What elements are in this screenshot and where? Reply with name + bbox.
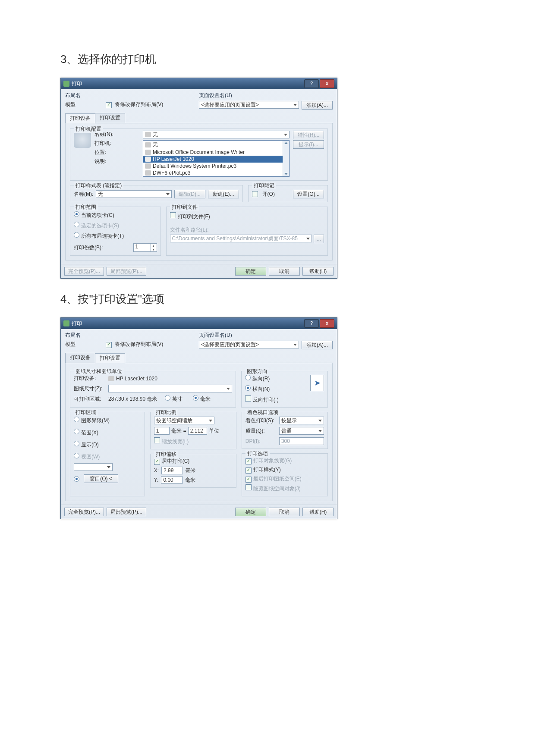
offset-x-input[interactable]: 2.99 (161, 467, 183, 474)
printable-label: 可打印区域: (74, 395, 105, 403)
save-layout-checkbox[interactable] (106, 102, 112, 108)
center-label: 居中打印(C) (162, 458, 190, 464)
unit-inch-radio[interactable] (165, 395, 170, 401)
layout-name-value: 模型 (65, 101, 76, 108)
orient-landscape-radio[interactable] (245, 385, 251, 391)
file-path-value: C:\Documents and Settings\Administrator\… (172, 235, 298, 242)
opt-styles-label: 打印样式(Y) (253, 467, 281, 473)
copies-label: 打印份数(B): (74, 244, 103, 251)
window-button[interactable]: 窗口(O) < (84, 474, 118, 483)
printer-small-icon (108, 376, 114, 381)
close-button[interactable]: x (320, 79, 334, 88)
printer-option[interactable]: DWF6 ePlot.pc3 (143, 169, 283, 176)
printer-name-select[interactable]: 无 (143, 131, 290, 138)
edit-button[interactable]: 编辑(D)... (174, 190, 205, 198)
orient-reverse-label: 反向打印(-) (253, 397, 279, 403)
quality-select[interactable]: 普通 (279, 427, 324, 435)
range-selected-label: 选定的选项卡(S) (81, 223, 119, 229)
opt-hide-label: 隐藏图纸空间对象(J) (253, 486, 301, 492)
scale-right-input[interactable]: 2.112 (188, 427, 207, 435)
help-footer-button[interactable]: 帮助(H) (302, 267, 334, 276)
style-select[interactable]: 无 (96, 190, 171, 198)
hint-button[interactable]: 提示(I)... (293, 140, 324, 149)
close-button[interactable]: x (320, 319, 334, 328)
printer-name-value: 无 (153, 131, 158, 138)
shade-label: 着色打印(S): (245, 417, 277, 424)
options-legend: 打印选项 (245, 450, 270, 458)
shade-value: 按显示 (281, 417, 297, 424)
help-button[interactable]: ? (304, 79, 319, 88)
unit-mm-label: 毫米 (200, 396, 211, 402)
tab-settings[interactable]: 打印设置 (95, 113, 125, 123)
page-setup-label: 页面设置名(U) (199, 92, 333, 99)
add-button[interactable]: 添加(A)... (302, 101, 333, 110)
full-preview-button[interactable]: 完全预览(P)... (64, 508, 104, 516)
shade-select[interactable]: 按显示 (279, 417, 324, 424)
printer-option-selected[interactable]: HP LaserJet 1020 (143, 156, 283, 163)
ok-button[interactable]: 确定 (235, 508, 266, 516)
area-window-radio[interactable] (74, 476, 79, 482)
save-layout-label: 将修改保存到布局(V) (115, 101, 163, 107)
stamp-on-label: 开(O) (262, 191, 275, 198)
offset-x-label: X: (154, 467, 159, 474)
area-extents-radio[interactable] (74, 429, 79, 434)
to-file-legend: 打印到文件 (170, 204, 199, 211)
add-button[interactable]: 添加(A)... (302, 341, 333, 349)
dpi-input: 300 (279, 437, 324, 445)
tab-device[interactable]: 打印设备 (65, 113, 95, 123)
printer-option[interactable]: Microsoft Office Document Image Writer (143, 149, 283, 156)
help-button[interactable]: ? (304, 319, 319, 328)
area-display-radio[interactable] (74, 441, 79, 446)
printer-dropdown[interactable]: 无 Microsoft Office Document Image Writer… (143, 140, 290, 177)
page-setup-select[interactable]: <选择要应用的页面设置> (199, 341, 299, 348)
stamp-legend: 打印戳记 (252, 182, 276, 189)
tab-strip: 打印设备 打印设置 (65, 353, 333, 363)
full-preview-button[interactable]: 完全预览(P)... (64, 267, 104, 276)
printer-config-legend: 打印机配置 (74, 125, 103, 133)
quality-value: 普通 (281, 427, 292, 435)
size-select[interactable] (108, 385, 232, 392)
copies-input[interactable]: 1 ▲▼ (133, 243, 157, 252)
tab-settings[interactable]: 打印设置 (95, 353, 125, 363)
step3-title: 3、选择你的打印机 (60, 52, 479, 67)
to-file-checkbox[interactable] (170, 212, 176, 218)
printer-icon (74, 131, 91, 148)
scale-select[interactable]: 按图纸空间缩放 (154, 417, 214, 424)
page-setup-select[interactable]: <选择要应用的页面设置> (199, 101, 299, 109)
offset-y-unit: 毫米 (185, 477, 195, 484)
ok-button[interactable]: 确定 (235, 267, 266, 276)
properties-button[interactable]: 特性(R)... (293, 131, 324, 139)
opt-styles-checkbox[interactable] (245, 467, 252, 474)
area-limits-radio[interactable] (74, 417, 79, 422)
offset-y-input[interactable]: 0.00 (161, 476, 183, 484)
orient-reverse-checkbox[interactable] (245, 395, 251, 402)
area-legend: 打印区域 (74, 409, 98, 416)
tab-device[interactable]: 打印设备 (65, 353, 95, 363)
center-checkbox[interactable] (154, 459, 160, 465)
cancel-button[interactable]: 取消 (269, 508, 300, 516)
range-all-radio[interactable] (74, 232, 79, 238)
area-limits-label: 图形界限(M) (81, 417, 110, 423)
stamp-settings-button[interactable]: 设置(G)... (293, 190, 324, 198)
unit-mm-radio[interactable] (193, 395, 198, 401)
location-label: 位置: (94, 149, 113, 156)
printer-option[interactable]: 无 (143, 141, 283, 149)
scrollbar[interactable] (283, 141, 289, 176)
new-button[interactable]: 新建(E)... (208, 190, 239, 198)
scale-left-input[interactable]: 1 (154, 427, 170, 435)
save-layout-checkbox[interactable] (106, 342, 112, 348)
window-title: 打印 (72, 80, 82, 88)
range-current-radio[interactable] (74, 211, 79, 217)
scale-unit-right: 单位 (209, 427, 219, 435)
style-value: 无 (98, 191, 103, 198)
partial-preview-button[interactable]: 局部预览(P)... (107, 267, 146, 276)
window-title: 打印 (72, 320, 82, 327)
cancel-button[interactable]: 取消 (269, 267, 300, 276)
stamp-on-checkbox[interactable] (252, 191, 258, 197)
printer-option[interactable]: Default Windows System Printer.pc3 (143, 163, 283, 169)
printable-value: 287.30 x 198.90 毫米 (108, 395, 157, 403)
partial-preview-button[interactable]: 局部预览(P)... (107, 508, 146, 516)
layout-name-label: 布局名 (65, 332, 199, 339)
orient-portrait-radio[interactable] (245, 375, 251, 380)
help-footer-button[interactable]: 帮助(H) (302, 508, 334, 516)
